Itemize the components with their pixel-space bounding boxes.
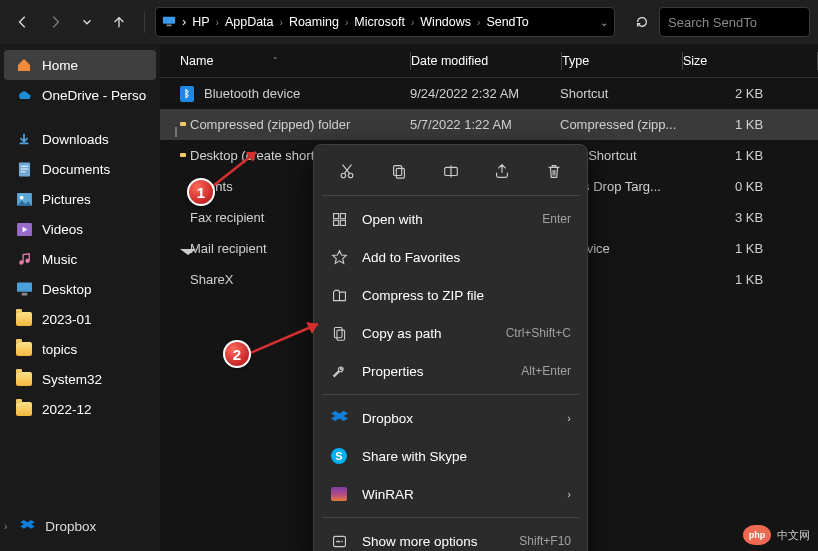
sidebar-pictures[interactable]: Pictures [0, 184, 160, 214]
sidebar-folder-2022-12[interactable]: 2022-12 [0, 394, 160, 424]
svg-rect-16 [396, 168, 404, 178]
back-button[interactable] [8, 7, 38, 37]
col-type[interactable]: Type [562, 54, 682, 68]
dropbox-icon [19, 518, 35, 534]
sidebar-home[interactable]: Home [4, 50, 156, 80]
cloud-icon [16, 87, 32, 103]
file-name: Compressed (zipped) folder [190, 117, 350, 132]
chevron-right-icon: › [567, 412, 571, 424]
skype-icon: S [330, 447, 348, 465]
ctx-share-skype[interactable]: SShare with Skype [320, 437, 581, 475]
svg-point-13 [341, 173, 346, 178]
recent-button[interactable] [72, 7, 102, 37]
sidebar-music[interactable]: Music [0, 244, 160, 274]
sidebar-videos[interactable]: Videos [0, 214, 160, 244]
svg-rect-1 [166, 24, 171, 26]
sidebar: Home OneDrive - Perso Downloads Document… [0, 44, 160, 551]
search-placeholder: Search SendTo [668, 15, 757, 30]
desktop-icon [16, 281, 32, 297]
open-icon [330, 210, 348, 228]
crumb-sendto[interactable]: SendTo [486, 15, 528, 29]
file-name: ShareX [190, 272, 233, 287]
pc-icon [162, 14, 176, 31]
col-name[interactable]: Name˄ [160, 54, 410, 68]
svg-rect-3 [20, 165, 27, 166]
picture-icon [16, 191, 32, 207]
video-icon [16, 221, 32, 237]
expand-icon[interactable]: › [4, 521, 7, 532]
folder-icon [16, 401, 32, 417]
sidebar-folder-system32[interactable]: System32 [0, 364, 160, 394]
copy-path-icon [330, 324, 348, 342]
file-size: 1 KB [680, 117, 818, 132]
file-name: Mail recipient [190, 241, 267, 256]
svg-rect-21 [340, 220, 345, 225]
file-size: 1 KB [680, 272, 818, 287]
copy-button[interactable] [382, 154, 416, 188]
cut-button[interactable] [330, 154, 364, 188]
svg-rect-0 [163, 16, 175, 23]
wrench-icon [330, 362, 348, 380]
file-row[interactable]: ᛒBluetooth device9/24/2022 2:32 AMShortc… [160, 78, 818, 109]
sidebar-dropbox[interactable]: ›Dropbox [0, 511, 160, 541]
ctx-winrar[interactable]: WinRAR› [320, 475, 581, 513]
ctx-open-with[interactable]: Open withEnter [320, 200, 581, 238]
ctx-properties[interactable]: PropertiesAlt+Enter [320, 352, 581, 390]
file-icon: ᛒ [180, 86, 194, 102]
sidebar-documents[interactable]: Documents [0, 154, 160, 184]
sidebar-desktop[interactable]: Desktop [0, 274, 160, 304]
ctx-copy-path[interactable]: Copy as pathCtrl+Shift+C [320, 314, 581, 352]
share-button[interactable] [485, 154, 519, 188]
delete-button[interactable] [537, 154, 571, 188]
ctx-dropbox[interactable]: Dropbox› [320, 399, 581, 437]
crumb-roaming[interactable]: Roaming [289, 15, 339, 29]
up-button[interactable] [104, 7, 134, 37]
winrar-icon [330, 485, 348, 503]
svg-rect-15 [393, 166, 401, 176]
svg-point-14 [348, 173, 353, 178]
document-icon [16, 161, 32, 177]
file-row[interactable]: Compressed (zipped) folder5/7/2022 1:22 … [160, 109, 818, 140]
search-input[interactable]: Search SendTo [659, 7, 810, 37]
annotation-badge-1: 1 [187, 178, 215, 206]
svg-point-7 [19, 195, 23, 199]
file-name: Fax recipient [190, 210, 264, 225]
rename-button[interactable] [434, 154, 468, 188]
svg-rect-22 [334, 327, 342, 337]
history-caret-icon[interactable]: ⌄ [600, 17, 608, 28]
sidebar-folder-2023-01[interactable]: 2023-01 [0, 304, 160, 334]
col-date[interactable]: Date modified [411, 54, 561, 68]
ctx-compress-zip[interactable]: Compress to ZIP file [320, 276, 581, 314]
sidebar-downloads[interactable]: Downloads [0, 124, 160, 154]
crumb-microsoft[interactable]: Microsoft [354, 15, 405, 29]
forward-button[interactable] [40, 7, 70, 37]
sidebar-onedrive[interactable]: OneDrive - Perso [0, 80, 160, 110]
ctx-show-more[interactable]: Show more optionsShift+F10 [320, 522, 581, 551]
download-icon [16, 131, 32, 147]
toolbar: › HP› AppData› Roaming› Microsoft› Windo… [0, 0, 818, 44]
breadcrumb[interactable]: › HP› AppData› Roaming› Microsoft› Windo… [155, 7, 615, 37]
context-quick-actions [320, 151, 581, 191]
ctx-add-favorites[interactable]: Add to Favorites [320, 238, 581, 276]
svg-rect-5 [20, 171, 25, 172]
file-date: 5/7/2022 1:22 AM [410, 117, 560, 132]
crumb-windows[interactable]: Windows [420, 15, 471, 29]
sidebar-folder-topics[interactable]: topics [0, 334, 160, 364]
col-size[interactable]: Size [683, 54, 817, 68]
crumb-hp[interactable]: HP [192, 15, 209, 29]
file-name: Desktop (create shortc [190, 148, 321, 163]
file-size: 1 KB [680, 241, 818, 256]
more-icon [330, 532, 348, 550]
svg-rect-20 [333, 220, 338, 225]
column-headers: Name˄ Date modified Type Size [160, 44, 818, 78]
file-name: Bluetooth device [204, 86, 300, 101]
file-type: Shortcut [560, 86, 680, 101]
context-menu: Open withEnter Add to Favorites Compress… [313, 144, 588, 551]
folder-icon [16, 371, 32, 387]
file-type: Compressed (zipp... [560, 117, 680, 132]
svg-rect-23 [336, 330, 344, 340]
crumb-appdata[interactable]: AppData [225, 15, 274, 29]
refresh-button[interactable] [627, 7, 657, 37]
svg-rect-18 [333, 213, 338, 218]
svg-rect-4 [20, 168, 27, 169]
